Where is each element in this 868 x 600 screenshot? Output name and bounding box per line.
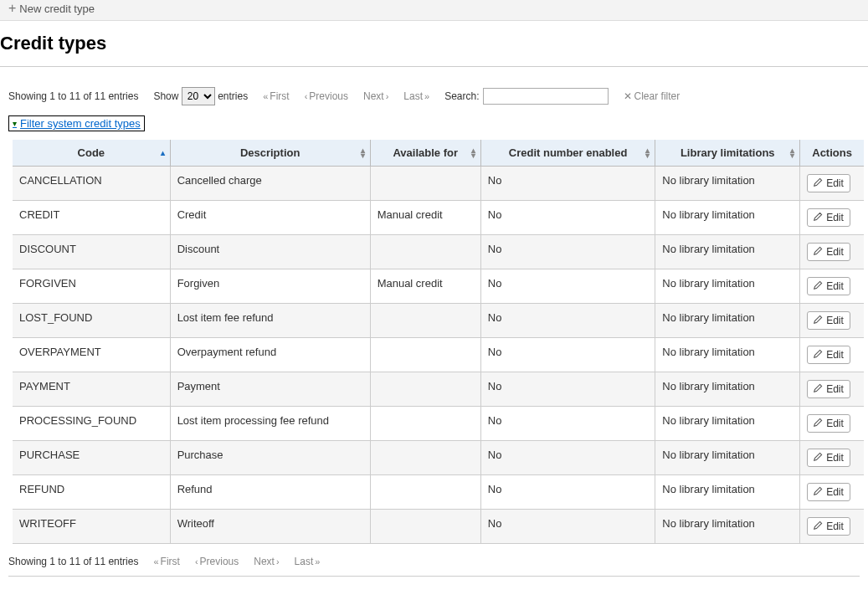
cell-actions: Edit bbox=[800, 201, 864, 235]
cell-available-for bbox=[370, 372, 480, 407]
pager-next-bottom-label: Next bbox=[254, 556, 275, 567]
pager-previous-label: Previous bbox=[309, 90, 348, 102]
pager-last-label: Last bbox=[403, 90, 423, 102]
credit-types-table: Code ▴▾ Description ▴▾ Available for ▴▾ … bbox=[13, 140, 864, 544]
edit-button[interactable]: Edit bbox=[807, 483, 850, 501]
pager-next-label: Next bbox=[363, 90, 384, 102]
col-credit-number-enabled[interactable]: Credit number enabled ▴▾ bbox=[480, 140, 655, 167]
pager-last[interactable]: Last » bbox=[403, 90, 429, 102]
table-row: FORGIVENForgivenManual creditNoNo librar… bbox=[13, 269, 864, 304]
close-icon: ✕ bbox=[624, 90, 632, 102]
cell-code: LOST_FOUND bbox=[13, 304, 170, 338]
edit-button[interactable]: Edit bbox=[807, 311, 850, 330]
edit-button[interactable]: Edit bbox=[807, 449, 850, 467]
pencil-icon bbox=[814, 246, 823, 258]
table-row: CANCELLATIONCancelled chargeNoNo library… bbox=[13, 167, 864, 201]
chevron-double-right-icon: » bbox=[424, 92, 429, 101]
cell-actions: Edit bbox=[800, 441, 864, 475]
pencil-icon bbox=[814, 383, 823, 395]
pencil-icon bbox=[814, 177, 823, 189]
edit-button[interactable]: Edit bbox=[807, 346, 850, 364]
edit-button-label: Edit bbox=[826, 521, 844, 532]
chevron-right-icon: › bbox=[386, 92, 389, 101]
edit-button[interactable]: Edit bbox=[807, 517, 850, 536]
col-description-label: Description bbox=[240, 146, 300, 159]
show-entries-pre: Show bbox=[153, 90, 178, 102]
chevron-double-right-icon: » bbox=[315, 557, 320, 567]
cell-description: Writeoff bbox=[170, 510, 370, 544]
cell-code: WRITEOFF bbox=[13, 510, 170, 544]
edit-button[interactable]: Edit bbox=[807, 277, 850, 295]
edit-button[interactable]: Edit bbox=[807, 414, 850, 433]
edit-button[interactable]: Edit bbox=[807, 208, 850, 227]
cell-credit-number-enabled: No bbox=[480, 338, 655, 372]
bottom-divider bbox=[8, 576, 860, 577]
col-available-for-label: Available for bbox=[393, 146, 458, 159]
col-credit-number-enabled-label: Credit number enabled bbox=[509, 146, 628, 159]
filter-system-types-label: Filter system credit types bbox=[20, 117, 141, 130]
pager-next-bottom[interactable]: Next › bbox=[254, 556, 279, 567]
pager-first-bottom[interactable]: « First bbox=[153, 556, 179, 567]
edit-button[interactable]: Edit bbox=[807, 380, 850, 398]
cell-actions: Edit bbox=[800, 338, 864, 372]
cell-available-for bbox=[370, 304, 480, 338]
pager-last-bottom[interactable]: Last » bbox=[295, 556, 321, 567]
filter-system-types-link[interactable]: ▾ Filter system credit types bbox=[8, 115, 145, 131]
cell-credit-number-enabled: No bbox=[480, 441, 655, 475]
cell-code: REFUND bbox=[13, 475, 170, 510]
cell-credit-number-enabled: No bbox=[480, 201, 655, 235]
table-row: CREDITCreditManual creditNoNo library li… bbox=[13, 201, 864, 235]
cell-description: Refund bbox=[170, 475, 370, 510]
table-row: LOST_FOUNDLost item fee refundNoNo libra… bbox=[13, 304, 864, 338]
cell-code: DISCOUNT bbox=[13, 235, 170, 269]
new-credit-type-label: New credit type bbox=[19, 3, 95, 15]
cell-credit-number-enabled: No bbox=[480, 510, 655, 544]
col-actions-label: Actions bbox=[812, 146, 852, 159]
search-input[interactable] bbox=[483, 88, 609, 105]
cell-library-limitations: No library limitation bbox=[655, 269, 800, 304]
cell-credit-number-enabled: No bbox=[480, 407, 655, 441]
divider bbox=[0, 66, 868, 67]
pager-previous-bottom[interactable]: ‹ Previous bbox=[195, 556, 239, 567]
cell-actions: Edit bbox=[800, 372, 864, 407]
col-code[interactable]: Code ▴▾ bbox=[13, 140, 170, 167]
cell-actions: Edit bbox=[800, 407, 864, 441]
entries-select[interactable]: 20 bbox=[182, 87, 215, 105]
chevron-left-icon: ‹ bbox=[195, 557, 198, 567]
cell-description: Credit bbox=[170, 201, 370, 235]
chevron-double-left-icon: « bbox=[153, 557, 158, 567]
table-row: WRITEOFFWriteoffNoNo library limitationE… bbox=[13, 510, 864, 544]
clear-filter-button[interactable]: ✕ Clear filter bbox=[624, 90, 681, 102]
clear-filter-label: Clear filter bbox=[634, 90, 681, 102]
cell-available-for: Manual credit bbox=[370, 201, 480, 235]
cell-library-limitations: No library limitation bbox=[655, 338, 800, 372]
pager-first-label: First bbox=[270, 90, 289, 102]
edit-button-label: Edit bbox=[826, 177, 844, 189]
showing-info: Showing 1 to 11 of 11 entries bbox=[8, 90, 138, 102]
pager-previous[interactable]: ‹ Previous bbox=[305, 90, 348, 102]
cell-description: Lost item fee refund bbox=[170, 304, 370, 338]
sort-icon: ▴▾ bbox=[645, 148, 650, 158]
pager-next[interactable]: Next › bbox=[363, 90, 388, 102]
cell-library-limitations: No library limitation bbox=[655, 407, 800, 441]
edit-button-label: Edit bbox=[826, 349, 844, 361]
edit-button-label: Edit bbox=[826, 383, 844, 395]
cell-library-limitations: No library limitation bbox=[655, 372, 800, 407]
show-entries-post: entries bbox=[218, 90, 248, 102]
col-available-for[interactable]: Available for ▴▾ bbox=[370, 140, 480, 167]
col-library-limitations[interactable]: Library limitations ▴▾ bbox=[655, 140, 800, 167]
pager-first[interactable]: « First bbox=[263, 90, 289, 102]
col-description[interactable]: Description ▴▾ bbox=[170, 140, 370, 167]
show-entries: Show 20 entries bbox=[153, 87, 248, 105]
pencil-icon bbox=[814, 212, 823, 223]
sort-icon: ▴▾ bbox=[790, 148, 794, 158]
edit-button[interactable]: Edit bbox=[807, 174, 850, 192]
cell-library-limitations: No library limitation bbox=[655, 441, 800, 475]
col-actions: Actions bbox=[800, 140, 864, 167]
edit-button[interactable]: Edit bbox=[807, 243, 850, 261]
new-credit-type-button[interactable]: + New credit type bbox=[8, 2, 95, 15]
edit-button-label: Edit bbox=[826, 212, 844, 223]
cell-code: FORGIVEN bbox=[13, 269, 170, 304]
cell-available-for bbox=[370, 338, 480, 372]
cell-description: Forgiven bbox=[170, 269, 370, 304]
